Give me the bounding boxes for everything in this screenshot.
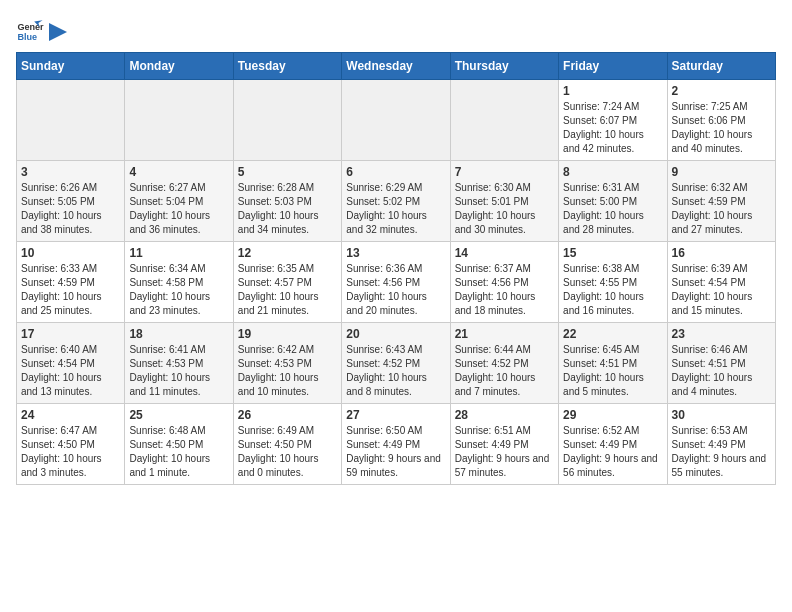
day-info: Sunrise: 6:44 AM Sunset: 4:52 PM Dayligh… (455, 343, 554, 399)
day-number: 24 (21, 408, 120, 422)
calendar-cell: 23Sunrise: 6:46 AM Sunset: 4:51 PM Dayli… (667, 323, 775, 404)
calendar-cell: 16Sunrise: 6:39 AM Sunset: 4:54 PM Dayli… (667, 242, 775, 323)
day-info: Sunrise: 6:31 AM Sunset: 5:00 PM Dayligh… (563, 181, 662, 237)
weekday-header-monday: Monday (125, 53, 233, 80)
calendar-cell: 10Sunrise: 6:33 AM Sunset: 4:59 PM Dayli… (17, 242, 125, 323)
day-info: Sunrise: 6:51 AM Sunset: 4:49 PM Dayligh… (455, 424, 554, 480)
day-number: 12 (238, 246, 337, 260)
weekday-header-tuesday: Tuesday (233, 53, 341, 80)
weekday-header-sunday: Sunday (17, 53, 125, 80)
day-number: 28 (455, 408, 554, 422)
calendar-week-row: 10Sunrise: 6:33 AM Sunset: 4:59 PM Dayli… (17, 242, 776, 323)
day-number: 30 (672, 408, 771, 422)
calendar-cell: 25Sunrise: 6:48 AM Sunset: 4:50 PM Dayli… (125, 404, 233, 485)
day-info: Sunrise: 6:28 AM Sunset: 5:03 PM Dayligh… (238, 181, 337, 237)
calendar-cell: 11Sunrise: 6:34 AM Sunset: 4:58 PM Dayli… (125, 242, 233, 323)
day-info: Sunrise: 6:36 AM Sunset: 4:56 PM Dayligh… (346, 262, 445, 318)
calendar-table: SundayMondayTuesdayWednesdayThursdayFrid… (16, 52, 776, 485)
day-number: 7 (455, 165, 554, 179)
calendar-cell: 9Sunrise: 6:32 AM Sunset: 4:59 PM Daylig… (667, 161, 775, 242)
day-info: Sunrise: 6:43 AM Sunset: 4:52 PM Dayligh… (346, 343, 445, 399)
day-info: Sunrise: 6:50 AM Sunset: 4:49 PM Dayligh… (346, 424, 445, 480)
calendar-week-row: 17Sunrise: 6:40 AM Sunset: 4:54 PM Dayli… (17, 323, 776, 404)
calendar-cell: 21Sunrise: 6:44 AM Sunset: 4:52 PM Dayli… (450, 323, 558, 404)
day-info: Sunrise: 6:52 AM Sunset: 4:49 PM Dayligh… (563, 424, 662, 480)
day-number: 11 (129, 246, 228, 260)
calendar-cell: 7Sunrise: 6:30 AM Sunset: 5:01 PM Daylig… (450, 161, 558, 242)
day-number: 3 (21, 165, 120, 179)
calendar-cell: 20Sunrise: 6:43 AM Sunset: 4:52 PM Dayli… (342, 323, 450, 404)
day-number: 1 (563, 84, 662, 98)
day-number: 26 (238, 408, 337, 422)
weekday-header-saturday: Saturday (667, 53, 775, 80)
day-info: Sunrise: 6:45 AM Sunset: 4:51 PM Dayligh… (563, 343, 662, 399)
day-number: 15 (563, 246, 662, 260)
calendar-cell: 15Sunrise: 6:38 AM Sunset: 4:55 PM Dayli… (559, 242, 667, 323)
day-info: Sunrise: 6:29 AM Sunset: 5:02 PM Dayligh… (346, 181, 445, 237)
weekday-header-row: SundayMondayTuesdayWednesdayThursdayFrid… (17, 53, 776, 80)
day-info: Sunrise: 6:40 AM Sunset: 4:54 PM Dayligh… (21, 343, 120, 399)
calendar-cell: 3Sunrise: 6:26 AM Sunset: 5:05 PM Daylig… (17, 161, 125, 242)
day-info: Sunrise: 6:48 AM Sunset: 4:50 PM Dayligh… (129, 424, 228, 480)
calendar-cell: 4Sunrise: 6:27 AM Sunset: 5:04 PM Daylig… (125, 161, 233, 242)
day-number: 22 (563, 327, 662, 341)
day-number: 2 (672, 84, 771, 98)
logo-arrow-icon (49, 23, 67, 41)
day-number: 20 (346, 327, 445, 341)
calendar-cell: 13Sunrise: 6:36 AM Sunset: 4:56 PM Dayli… (342, 242, 450, 323)
calendar-cell: 18Sunrise: 6:41 AM Sunset: 4:53 PM Dayli… (125, 323, 233, 404)
day-number: 10 (21, 246, 120, 260)
calendar-cell: 2Sunrise: 7:25 AM Sunset: 6:06 PM Daylig… (667, 80, 775, 161)
weekday-header-wednesday: Wednesday (342, 53, 450, 80)
svg-marker-3 (49, 23, 67, 41)
calendar-cell: 12Sunrise: 6:35 AM Sunset: 4:57 PM Dayli… (233, 242, 341, 323)
calendar-cell: 30Sunrise: 6:53 AM Sunset: 4:49 PM Dayli… (667, 404, 775, 485)
day-number: 18 (129, 327, 228, 341)
day-number: 17 (21, 327, 120, 341)
logo: General Blue (16, 16, 68, 44)
calendar-cell: 26Sunrise: 6:49 AM Sunset: 4:50 PM Dayli… (233, 404, 341, 485)
calendar-cell (342, 80, 450, 161)
svg-text:Blue: Blue (17, 32, 37, 42)
calendar-week-row: 1Sunrise: 7:24 AM Sunset: 6:07 PM Daylig… (17, 80, 776, 161)
calendar-week-row: 3Sunrise: 6:26 AM Sunset: 5:05 PM Daylig… (17, 161, 776, 242)
calendar-cell: 28Sunrise: 6:51 AM Sunset: 4:49 PM Dayli… (450, 404, 558, 485)
day-number: 6 (346, 165, 445, 179)
calendar-cell (17, 80, 125, 161)
calendar-cell: 24Sunrise: 6:47 AM Sunset: 4:50 PM Dayli… (17, 404, 125, 485)
day-number: 21 (455, 327, 554, 341)
day-info: Sunrise: 6:34 AM Sunset: 4:58 PM Dayligh… (129, 262, 228, 318)
calendar-cell (125, 80, 233, 161)
day-info: Sunrise: 6:46 AM Sunset: 4:51 PM Dayligh… (672, 343, 771, 399)
day-info: Sunrise: 6:47 AM Sunset: 4:50 PM Dayligh… (21, 424, 120, 480)
day-info: Sunrise: 6:35 AM Sunset: 4:57 PM Dayligh… (238, 262, 337, 318)
day-number: 5 (238, 165, 337, 179)
calendar-cell: 1Sunrise: 7:24 AM Sunset: 6:07 PM Daylig… (559, 80, 667, 161)
day-info: Sunrise: 6:27 AM Sunset: 5:04 PM Dayligh… (129, 181, 228, 237)
weekday-header-friday: Friday (559, 53, 667, 80)
day-info: Sunrise: 6:33 AM Sunset: 4:59 PM Dayligh… (21, 262, 120, 318)
day-info: Sunrise: 7:24 AM Sunset: 6:07 PM Dayligh… (563, 100, 662, 156)
day-info: Sunrise: 6:26 AM Sunset: 5:05 PM Dayligh… (21, 181, 120, 237)
calendar-cell: 14Sunrise: 6:37 AM Sunset: 4:56 PM Dayli… (450, 242, 558, 323)
day-info: Sunrise: 6:42 AM Sunset: 4:53 PM Dayligh… (238, 343, 337, 399)
day-number: 29 (563, 408, 662, 422)
calendar-cell: 17Sunrise: 6:40 AM Sunset: 4:54 PM Dayli… (17, 323, 125, 404)
calendar-cell: 29Sunrise: 6:52 AM Sunset: 4:49 PM Dayli… (559, 404, 667, 485)
day-number: 25 (129, 408, 228, 422)
calendar-cell: 27Sunrise: 6:50 AM Sunset: 4:49 PM Dayli… (342, 404, 450, 485)
day-info: Sunrise: 6:41 AM Sunset: 4:53 PM Dayligh… (129, 343, 228, 399)
header: General Blue (16, 16, 776, 44)
calendar-cell (233, 80, 341, 161)
day-info: Sunrise: 6:49 AM Sunset: 4:50 PM Dayligh… (238, 424, 337, 480)
day-number: 4 (129, 165, 228, 179)
calendar-week-row: 24Sunrise: 6:47 AM Sunset: 4:50 PM Dayli… (17, 404, 776, 485)
day-info: Sunrise: 6:38 AM Sunset: 4:55 PM Dayligh… (563, 262, 662, 318)
day-number: 14 (455, 246, 554, 260)
day-info: Sunrise: 6:30 AM Sunset: 5:01 PM Dayligh… (455, 181, 554, 237)
day-number: 23 (672, 327, 771, 341)
day-number: 9 (672, 165, 771, 179)
day-number: 16 (672, 246, 771, 260)
day-number: 8 (563, 165, 662, 179)
day-info: Sunrise: 7:25 AM Sunset: 6:06 PM Dayligh… (672, 100, 771, 156)
